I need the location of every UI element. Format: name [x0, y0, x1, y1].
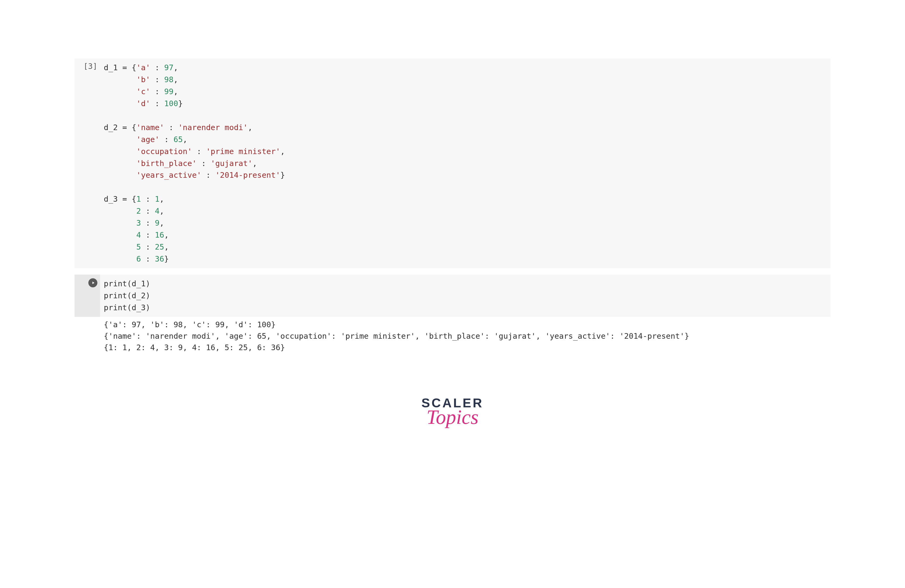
number-token: 97: [164, 63, 173, 72]
string-token: 'occupation': [136, 147, 192, 156]
run-button[interactable]: [88, 278, 97, 287]
colon: :: [150, 87, 164, 96]
number-token: 4: [136, 230, 141, 239]
output-line: {'a': 97, 'b': 98, 'c': 99, 'd': 100}: [104, 320, 276, 329]
number-token: 6: [136, 254, 141, 263]
number-token: 1: [155, 195, 159, 204]
string-token: 'prime minister': [206, 147, 280, 156]
colon: :: [141, 195, 155, 204]
colon: :: [150, 75, 164, 84]
arg: d_2: [132, 291, 146, 300]
paren: (: [127, 303, 132, 312]
number-token: 2: [136, 206, 141, 216]
colon: :: [150, 99, 164, 108]
pad: [104, 219, 136, 227]
colon: :: [141, 254, 155, 263]
comma: ,: [160, 195, 164, 204]
string-token: 'b': [136, 75, 150, 84]
colon: :: [197, 159, 211, 168]
comma: ,: [164, 230, 169, 239]
string-token: 'd': [136, 99, 150, 108]
number-token: 98: [164, 75, 173, 84]
pad: [104, 171, 136, 179]
comma: ,: [248, 123, 252, 132]
string-token: 'birth_place': [136, 159, 197, 168]
pad: [104, 242, 136, 252]
string-token: 'narender modi': [178, 123, 248, 132]
comma: ,: [183, 135, 187, 144]
pad: [104, 159, 136, 168]
number-token: 99: [164, 87, 173, 96]
colon: :: [141, 206, 155, 216]
code-cell-1: [3] d_1 = {'a' : 97, 'b' : 98, 'c' : 99,…: [75, 59, 830, 268]
brand-logo: SCALER Topics: [75, 358, 830, 439]
code-text: d_1 = {: [104, 63, 136, 72]
pad: [104, 99, 136, 108]
number-token: 4: [155, 206, 159, 216]
cell-prompt-1: [3]: [75, 59, 100, 268]
code-text: d_2 = {: [104, 123, 136, 132]
code-text: d_3 = {: [104, 195, 136, 204]
brace: }: [164, 254, 169, 263]
number-token: 65: [173, 135, 183, 144]
string-token: 'c': [136, 87, 150, 96]
cell-prompt-2: [75, 274, 100, 317]
comma: ,: [164, 242, 169, 252]
comma: ,: [160, 219, 164, 227]
pad: [104, 206, 136, 216]
code-content-2[interactable]: print(d_1) print(d_2) print(d_3): [100, 274, 830, 317]
string-token: '2014-present': [215, 171, 280, 179]
comma: ,: [173, 63, 178, 72]
colon: :: [202, 171, 215, 179]
paren: ): [146, 291, 150, 300]
number-token: 25: [155, 242, 164, 252]
paren: ): [146, 303, 150, 312]
string-token: 'name': [136, 123, 164, 132]
colon: :: [164, 123, 178, 132]
comma: ,: [252, 159, 257, 168]
number-token: 5: [136, 242, 141, 252]
comma: ,: [173, 75, 178, 84]
comma: ,: [280, 147, 285, 156]
comma: ,: [173, 87, 178, 96]
paren: ): [146, 279, 150, 288]
colon: :: [192, 147, 206, 156]
number-token: 3: [136, 219, 141, 227]
output-line: {'name': 'narender modi', 'age': 65, 'oc…: [104, 331, 689, 341]
play-icon: [91, 281, 95, 285]
string-token: 'gujarat': [211, 159, 252, 168]
logo-topics: Topics: [75, 406, 830, 429]
pad: [104, 135, 136, 144]
pad: [104, 87, 136, 96]
string-token: 'age': [136, 135, 159, 144]
colon: :: [150, 63, 164, 72]
string-token: 'years_active': [136, 171, 201, 179]
code-cell-2: print(d_1) print(d_2) print(d_3): [75, 274, 830, 317]
paren: (: [127, 279, 132, 288]
colon: :: [141, 242, 155, 252]
fn-token: print: [104, 303, 127, 312]
pad: [104, 254, 136, 263]
string-token: 'a': [136, 63, 150, 72]
output-line: {1: 1, 2: 4, 3: 9, 4: 16, 5: 25, 6: 36}: [104, 343, 285, 352]
pad: [104, 75, 136, 84]
fn-token: print: [104, 291, 127, 300]
pad: [104, 230, 136, 239]
cell-output: {'a': 97, 'b': 98, 'c': 99, 'd': 100} {'…: [75, 317, 830, 359]
pad: [104, 147, 136, 156]
comma: ,: [160, 206, 164, 216]
arg: d_3: [132, 303, 146, 312]
colon: :: [141, 230, 155, 239]
number-token: 100: [164, 99, 178, 108]
fn-token: print: [104, 279, 127, 288]
code-content-1[interactable]: d_1 = {'a' : 97, 'b' : 98, 'c' : 99, 'd'…: [100, 59, 830, 268]
number-token: 1: [136, 195, 141, 204]
number-token: 36: [155, 254, 164, 263]
number-token: 16: [155, 230, 164, 239]
brace: }: [280, 171, 285, 179]
arg: d_1: [132, 279, 146, 288]
brace: }: [178, 99, 183, 108]
colon: :: [160, 135, 173, 144]
paren: (: [127, 291, 132, 300]
colon: :: [141, 219, 155, 227]
